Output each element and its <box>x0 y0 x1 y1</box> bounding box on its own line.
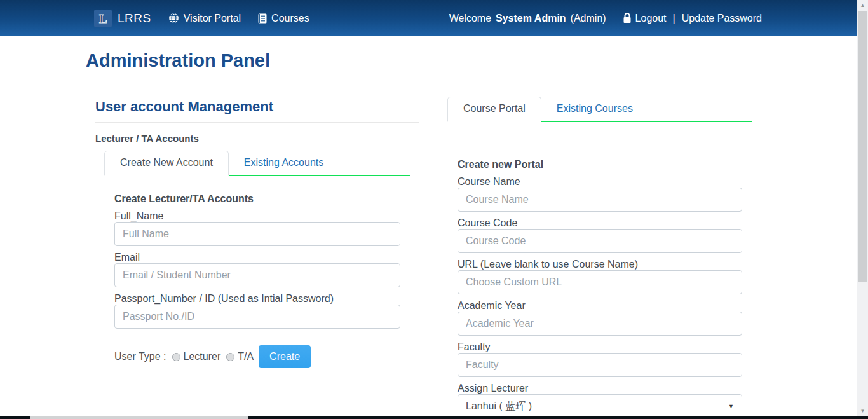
book-icon <box>258 13 267 24</box>
course-name-input[interactable] <box>458 188 742 212</box>
assign-lecturer-value: Lanhui ( 蓝珲 ) <box>466 400 532 413</box>
tab-course-portal[interactable]: Course Portal <box>447 97 541 122</box>
account-tabs: Create New Account Existing Accounts <box>104 151 410 176</box>
url-input[interactable] <box>458 270 742 294</box>
scroll-up-arrow-icon[interactable]: ▲ <box>857 0 868 11</box>
faculty-input[interactable] <box>458 353 742 377</box>
bottom-edge-bar <box>0 416 868 419</box>
create-account-pane: Create Lecturer/TA Accounts Full_Name Em… <box>95 193 419 368</box>
passport-label: Passport_Number / ID (Used as Intial Pas… <box>114 292 400 305</box>
url-label: URL (Leave blank to use Course Name) <box>458 258 742 270</box>
user-type-label: User Type : <box>114 351 166 362</box>
vertical-scrollbar[interactable]: ▲ ▼ <box>857 0 868 419</box>
nav-courses-label: Courses <box>271 13 309 24</box>
nav-courses[interactable]: Courses <box>258 13 309 24</box>
pane-divider <box>458 148 742 148</box>
faculty-label: Faculty <box>458 341 742 353</box>
assign-lecturer-label: Assign Lecturer <box>458 382 742 394</box>
fullname-input[interactable] <box>114 222 400 246</box>
course-code-group: Course Code <box>458 217 742 253</box>
user-name: System Admin <box>496 13 566 24</box>
lrrs-logo-icon: L <box>94 10 112 27</box>
chevron-down-icon: ▼ <box>728 403 734 409</box>
navbar-right: Welcome System Admin (Admin) Logout | Up… <box>449 13 762 24</box>
fullname-label: Full_Name <box>114 210 400 222</box>
page-header: Administration Panel <box>0 36 857 83</box>
nav-visitor-portal[interactable]: Visitor Portal <box>168 13 241 24</box>
academic-year-input[interactable] <box>458 312 742 336</box>
course-code-input[interactable] <box>458 229 742 253</box>
course-name-group: Course Name <box>458 175 742 212</box>
radio-ta[interactable] <box>226 353 234 361</box>
tab-existing-courses[interactable]: Existing Courses <box>541 97 648 121</box>
create-account-button[interactable]: Create <box>259 345 311 368</box>
radio-ta-label: T/A <box>238 351 254 362</box>
passport-input[interactable] <box>114 305 400 329</box>
lock-icon <box>623 13 632 24</box>
user-account-title: User account Management <box>95 99 419 123</box>
course-tabs: Course Portal Existing Courses <box>447 97 752 122</box>
globe-icon <box>168 13 179 24</box>
course-name-label: Course Name <box>458 175 742 188</box>
logout-label: Logout <box>635 13 667 24</box>
lecturer-ta-subtitle: Lecturer / TA Accounts <box>95 133 419 144</box>
assign-lecturer-group: Assign Lecturer Lanhui ( 蓝珲 ) ▼ <box>458 382 742 418</box>
scrollbar-thumb[interactable] <box>858 11 867 282</box>
update-password-link[interactable]: Update Password <box>682 13 762 24</box>
tab-existing-accounts[interactable]: Existing Accounts <box>229 151 339 175</box>
fullname-group: Full_Name <box>114 210 400 246</box>
academic-year-label: Academic Year <box>458 299 742 312</box>
faculty-group: Faculty <box>458 341 742 377</box>
user-type-row: User Type : Lecturer T/A Create <box>114 345 400 368</box>
radio-lecturer[interactable] <box>172 353 180 361</box>
radio-lecturer-label: Lecturer <box>184 351 221 362</box>
user-account-panel: User account Management Lecturer / TA Ac… <box>95 92 419 368</box>
svg-text:L: L <box>99 12 107 25</box>
horizontal-scrollbar-thumb[interactable] <box>30 416 248 419</box>
brand[interactable]: L LRRS <box>94 10 151 27</box>
email-group: Email <box>114 251 400 287</box>
welcome-text: Welcome <box>449 13 491 24</box>
course-portal-pane: Create new Portal Course Name Course Cod… <box>447 148 752 419</box>
academic-year-group: Academic Year <box>458 299 742 336</box>
course-panel: Course Portal Existing Courses Create ne… <box>447 97 752 419</box>
passport-group: Passport_Number / ID (Used as Intial Pas… <box>114 292 400 329</box>
create-portal-heading: Create new Portal <box>458 159 742 170</box>
page-title: Administration Panel <box>86 50 857 71</box>
email-input[interactable] <box>114 263 400 287</box>
logout-link[interactable]: Logout <box>623 13 667 24</box>
email-label: Email <box>114 251 400 263</box>
nav-separator: | <box>673 13 675 24</box>
scroll-down-arrow-icon[interactable]: ▼ <box>857 406 868 416</box>
tab-create-new-account[interactable]: Create New Account <box>104 151 229 176</box>
brand-label: LRRS <box>118 11 151 25</box>
assign-lecturer-select[interactable]: Lanhui ( 蓝珲 ) ▼ <box>458 394 742 418</box>
nav-visitor-portal-label: Visitor Portal <box>184 13 241 24</box>
url-group: URL (Leave blank to use Course Name) <box>458 258 742 294</box>
top-navbar: L LRRS Visitor Portal Co <box>0 0 868 36</box>
course-code-label: Course Code <box>458 217 742 229</box>
user-role: (Admin) <box>571 13 606 24</box>
create-accounts-heading: Create Lecturer/TA Accounts <box>114 193 400 205</box>
